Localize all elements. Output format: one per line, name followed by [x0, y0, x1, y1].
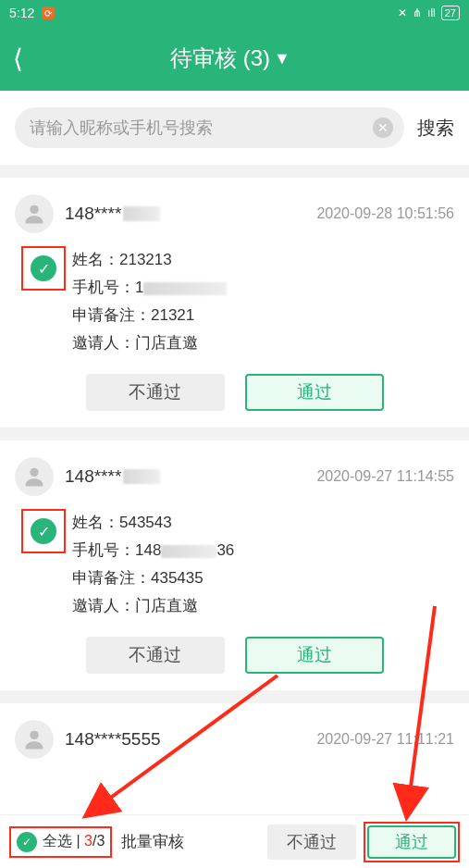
avatar-icon: [15, 194, 54, 233]
details: 姓名：213213 手机号：1 申请备注：21321 邀请人：门店直邀: [72, 246, 454, 357]
bulk-reject-button[interactable]: 不通过: [267, 825, 356, 860]
battery-icon: 27: [441, 6, 460, 20]
nickname: 148****: [65, 204, 316, 224]
svg-point-1: [30, 468, 38, 477]
select-all-label[interactable]: 全选 | 3/3: [43, 832, 105, 851]
blur-mask: [123, 469, 160, 484]
list: 148**** 2020-09-28 10:51:56 ✓ 姓名：213213 …: [0, 165, 469, 868]
status-bar: 5:12 ⟳ ✕ ⋔ ıll 27: [0, 0, 469, 26]
nickname: 148****5555: [65, 729, 316, 750]
review-card: 148****5555 2020-09-27 11:11:21: [0, 703, 469, 827]
loop-icon: ⟳: [42, 6, 55, 19]
chevron-down-icon[interactable]: ▼: [274, 49, 290, 68]
avatar-icon: [15, 720, 54, 759]
timestamp: 2020-09-27 11:14:55: [316, 468, 454, 485]
search-input[interactable]: [30, 118, 373, 138]
reject-button[interactable]: 不通过: [86, 374, 225, 411]
svg-point-2: [30, 731, 38, 739]
search-button[interactable]: 搜索: [417, 116, 454, 141]
clear-icon[interactable]: ✕: [373, 118, 393, 138]
blur-mask: [161, 545, 216, 558]
details: 姓名：543543 手机号：14836 申请备注：435435 邀请人：门店直邀: [72, 509, 454, 620]
blur-mask: [123, 206, 160, 221]
search-row: ✕ 搜索: [0, 91, 469, 165]
back-button[interactable]: ⟨: [13, 43, 23, 74]
search-wrap: ✕: [15, 107, 404, 148]
avatar-icon: [15, 457, 54, 496]
page-title[interactable]: 待审核 (3): [170, 43, 270, 73]
approve-button[interactable]: 通过: [245, 374, 384, 411]
timestamp: 2020-09-27 11:11:21: [316, 731, 454, 748]
checkbox[interactable]: ✓: [31, 255, 56, 281]
svg-point-0: [30, 205, 38, 214]
highlight-box: ✓: [21, 246, 66, 291]
signal-icon: ıll: [427, 6, 436, 19]
bulk-label: 批量审核: [121, 831, 184, 852]
header: ⟨ 待审核 (3) ▼: [0, 26, 469, 91]
bulk-approve-button[interactable]: 通过: [367, 825, 456, 859]
checkbox[interactable]: ✓: [31, 518, 56, 544]
nickname: 148****: [65, 466, 316, 487]
review-card: 148**** 2020-09-27 11:14:55 ✓ 姓名：543543 …: [0, 440, 469, 690]
approve-button[interactable]: 通过: [245, 637, 384, 674]
bottom-bar: ✓ 全选 | 3/3 批量审核 不通过 通过: [0, 814, 469, 868]
wifi-icon: ⋔: [413, 6, 422, 19]
reject-button[interactable]: 不通过: [86, 637, 225, 674]
highlight-box: ✓ 全选 | 3/3: [9, 826, 112, 858]
highlight-box: ✓: [21, 509, 66, 553]
status-icons: ✕ ⋔ ıll 27: [398, 6, 460, 20]
timestamp: 2020-09-28 10:51:56: [316, 205, 454, 222]
review-card: 148**** 2020-09-28 10:51:56 ✓ 姓名：213213 …: [0, 178, 469, 428]
select-all-checkbox[interactable]: ✓: [17, 832, 37, 852]
blur-mask: [143, 282, 227, 295]
status-time: 5:12: [9, 6, 34, 20]
dnd-icon: ✕: [398, 6, 407, 19]
highlight-box: 通过: [364, 822, 460, 862]
